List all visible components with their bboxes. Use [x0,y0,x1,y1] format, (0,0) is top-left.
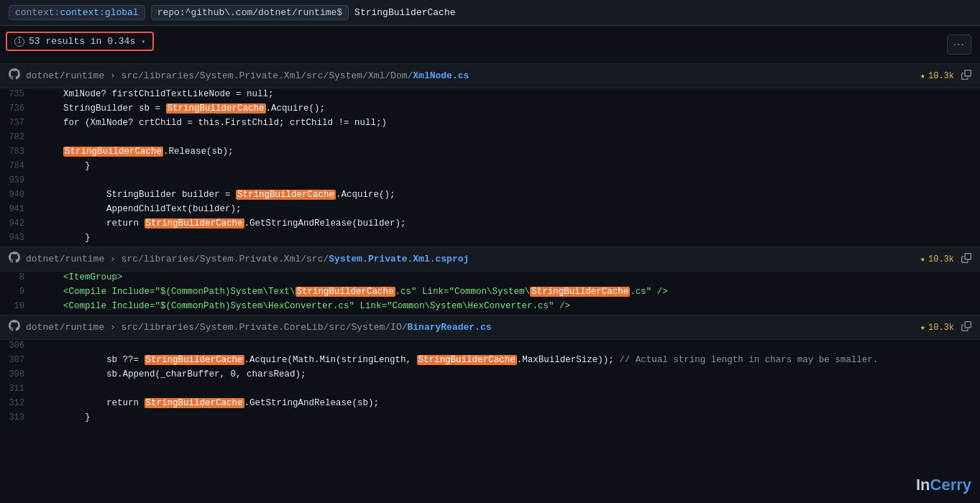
code-token: <Compile Include="$(CommonPath)System\Te… [42,287,296,297]
line-code: } [36,161,91,171]
line-code: StringBuilder sb = StringBuilderCache.Ac… [36,103,325,114]
more-options-button[interactable]: ··· [947,34,971,55]
code-block: 8 <ItemGroup>9 <Compile Include="$(Commo… [0,272,980,315]
table-row: 8 <ItemGroup> [0,272,980,286]
table-row: 306 [0,340,980,354]
code-token: .cs" /> [630,287,668,297]
star-icon: ★ [920,254,925,264]
result-block: dotnet/runtime › src/libraries/System.Pr… [0,63,980,246]
table-row: 782 [0,131,980,146]
line-number: 313 [0,412,36,423]
line-number: 308 [0,369,36,379]
result-header-left: dotnet/runtime › src/libraries/System.Pr… [9,320,492,335]
line-number: 784 [0,161,36,171]
line-code: sb.Append(_charBuffer, 0, charsRead); [36,369,306,379]
search-query: StringBuilderCache [354,7,455,18]
comment: // Actual string length in chars may be … [619,355,878,365]
highlight-match: StringBuilderCache [417,355,517,365]
line-code: XmlNode? firstChildTextLikeNode = null; [36,89,274,99]
table-row: 941 AppendChildText(builder); [0,203,980,218]
line-number: 783 [0,147,36,157]
highlight-match: StringBuilderCache [63,147,163,157]
line-code: for (XmlNode? crtChild = this.FirstChild… [36,118,387,128]
copy-icon[interactable] [961,253,971,266]
watermark: InCerry [916,476,971,494]
result-header: dotnet/runtime › src/libraries/System.Pr… [0,64,980,88]
result-header-left: dotnet/runtime › src/libraries/System.Pr… [9,251,469,267]
table-row: 736 StringBuilder sb = StringBuilderCach… [0,103,980,117]
table-row: 308 sb.Append(_charBuffer, 0, charsRead)… [0,369,980,383]
line-number: 939 [0,175,36,185]
highlight-match: StringBuilderCache [145,398,244,408]
chevron-down-icon: ▾ [141,37,145,46]
result-header: dotnet/runtime › src/libraries/System.Pr… [0,315,980,340]
line-number: 312 [0,398,36,408]
result-header-right: ★ 10.3k [920,321,971,334]
repo-path[interactable]: dotnet/runtime › src/libraries/System.Pr… [26,70,469,81]
table-row: 9 <Compile Include="$(CommonPath)System\… [0,286,980,300]
star-icon: ★ [920,322,925,333]
line-number: 736 [0,103,36,114]
code-token: <Compile Include="$(CommonPath)System\He… [42,301,570,311]
line-code: } [36,233,91,243]
repo-path[interactable]: dotnet/runtime › src/libraries/System.Pr… [26,254,469,264]
highlight-match: StringBuilderCache [145,355,244,365]
table-row: 307 sb ??= StringBuilderCache.Acquire(Ma… [0,354,980,369]
results-text: 53 results in 0.34s [29,36,135,47]
line-code: return StringBuilderCache.GetStringAndRe… [36,398,379,408]
line-code: <Compile Include="$(CommonPath)System\He… [36,301,570,311]
copy-icon[interactable] [961,70,971,83]
table-row: 784 } [0,160,980,175]
line-number: 9 [0,287,36,297]
github-icon [9,68,20,83]
line-number: 307 [0,355,36,365]
repo-path[interactable]: dotnet/runtime › src/libraries/System.Pr… [26,322,492,333]
table-row: 783 StringBuilderCache.Release(sb); [0,146,980,160]
star-count: ★ 10.3k [920,254,954,264]
code-token: .cs" Link="Common\System\ [395,287,531,297]
line-number: 8 [0,272,36,282]
context-tag[interactable]: context:context:global [9,5,145,20]
table-row: 311 [0,383,980,397]
line-number: 940 [0,190,36,200]
line-code: sb ??= StringBuilderCache.Acquire(Math.M… [36,355,878,365]
table-row: 942 return StringBuilderCache.GetStringA… [0,218,980,232]
table-row: 940 StringBuilder builder = StringBuilde… [0,189,980,203]
table-row: 735 XmlNode? firstChildTextLikeNode = nu… [0,88,980,103]
line-number: 10 [0,301,36,311]
line-code: StringBuilder builder = StringBuilderCac… [36,190,395,200]
highlight-match: StringBuilderCache [296,287,395,297]
line-code: <Compile Include="$(CommonPath)System\Te… [36,287,668,297]
results-bar[interactable]: i 53 results in 0.34s ▾ [6,32,154,51]
line-code: AppendChildText(builder); [36,204,242,214]
table-row: 313 } [0,412,980,426]
line-code: } [36,412,91,423]
result-header: dotnet/runtime › src/libraries/System.Pr… [0,247,980,272]
table-row: 737 for (XmlNode? crtChild = this.FirstC… [0,117,980,131]
highlight-match: StringBuilderCache [530,287,630,297]
line-code: StringBuilderCache.Release(sb); [36,147,234,157]
github-icon [9,251,20,267]
result-block: dotnet/runtime › src/libraries/System.Pr… [0,246,980,315]
star-icon: ★ [920,70,925,81]
result-header-right: ★ 10.3k [920,253,971,266]
info-icon: i [14,37,24,47]
line-number: 737 [0,118,36,128]
result-header-right: ★ 10.3k [920,70,971,83]
table-row: 312 return StringBuilderCache.GetStringA… [0,397,980,412]
code-block: 735 XmlNode? firstChildTextLikeNode = nu… [0,88,980,246]
top-area: i 53 results in 0.34s ▾ ··· [0,26,980,63]
result-header-left: dotnet/runtime › src/libraries/System.Pr… [9,68,469,83]
line-number: 782 [0,132,36,142]
star-count: ★ 10.3k [920,70,954,81]
highlight-match: StringBuilderCache [236,190,336,200]
copy-icon[interactable] [961,321,971,334]
main-content: dotnet/runtime › src/libraries/System.Pr… [0,63,980,503]
line-code: <ItemGroup> [36,272,123,282]
line-number: 311 [0,384,36,394]
table-row: 939 [0,175,980,189]
result-block: dotnet/runtime › src/libraries/System.Pr… [0,315,980,426]
table-row: 943 } [0,232,980,246]
repo-tag[interactable]: repo:^github\.com/dotnet/runtime$ [151,5,349,20]
line-number: 735 [0,89,36,99]
